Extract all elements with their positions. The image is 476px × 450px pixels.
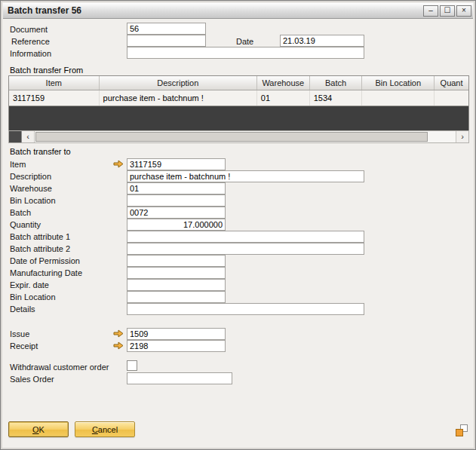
- from-section-title: Batch transfer From: [10, 65, 83, 75]
- item-input[interactable]: [127, 158, 226, 170]
- batch-attribute-1-label: Batch attribute 1: [10, 231, 70, 243]
- manufacturing-date-label: Manufacturing Date: [10, 268, 82, 279]
- titlebar: Batch transfer 56 – ☐ ×: [3, 3, 473, 19]
- scrollbar-corner: [9, 131, 22, 142]
- ok-button-label: OK: [32, 425, 45, 434]
- to-section-title: Batch transfer to: [10, 146, 71, 157]
- expiry-date-label: Expir. date: [10, 280, 49, 291]
- date-label: Date: [236, 36, 253, 47]
- cell-item[interactable]: 3117159: [9, 90, 100, 106]
- ok-button[interactable]: OK: [8, 421, 69, 437]
- link-arrow-icon[interactable]: [113, 160, 124, 168]
- chevron-left-icon: ‹: [26, 133, 29, 141]
- warehouse-input[interactable]: [127, 182, 226, 194]
- bin-location-input[interactable]: [127, 194, 226, 207]
- column-header-batch[interactable]: Batch: [310, 76, 363, 90]
- reference-input[interactable]: [127, 35, 206, 47]
- bin-location-2-label: Bin Location: [10, 292, 56, 303]
- minimize-icon: –: [428, 7, 433, 14]
- close-button[interactable]: ×: [456, 5, 471, 17]
- document-label: Document: [10, 24, 48, 35]
- scroll-right-button[interactable]: ›: [456, 131, 468, 142]
- column-header-warehouse[interactable]: Warehouse: [257, 76, 310, 90]
- close-icon: ×: [462, 7, 466, 14]
- batch-label: Batch: [10, 207, 31, 219]
- maximize-icon: ☐: [444, 7, 451, 14]
- quantity-label: Quantity: [10, 219, 41, 231]
- cell-bin-location[interactable]: [362, 90, 435, 106]
- table-horizontal-scrollbar[interactable]: ‹ ›: [8, 130, 469, 143]
- sales-order-label: Sales Order: [10, 374, 54, 385]
- issue-label: Issue: [10, 329, 29, 340]
- information-input[interactable]: [127, 47, 364, 59]
- batch-attribute-2-label: Batch attribute 2: [10, 243, 70, 255]
- issue-input[interactable]: [127, 328, 226, 340]
- withdrawal-customer-order-label: Withdrawal customer order: [10, 362, 109, 373]
- column-header-bin-location[interactable]: Bin Location: [362, 76, 435, 90]
- cell-quantity[interactable]: [435, 90, 468, 106]
- table-row[interactable]: 3117159 purchase item - batchnum ! 01 15…: [9, 90, 468, 106]
- batch-from-table: Item Description Warehouse Batch Bin Loc…: [8, 75, 469, 132]
- receipt-label: Receipt: [10, 341, 38, 352]
- column-header-quantity[interactable]: Quant: [435, 76, 468, 90]
- batch-attribute-2-input[interactable]: [127, 243, 364, 255]
- link-arrow-icon[interactable]: [113, 341, 124, 350]
- date-input[interactable]: [280, 35, 364, 47]
- scrollbar-thumb[interactable]: [35, 132, 428, 142]
- scroll-left-button[interactable]: ‹: [22, 131, 35, 142]
- cell-warehouse[interactable]: 01: [257, 90, 310, 106]
- date-of-permission-label: Date of Permission: [10, 256, 80, 267]
- description-label: Description: [10, 171, 51, 182]
- reference-label: Reference: [11, 36, 50, 47]
- quantity-input[interactable]: [127, 219, 226, 231]
- expiry-date-input[interactable]: [127, 279, 226, 291]
- batch-input[interactable]: [127, 207, 226, 219]
- sales-order-input[interactable]: [127, 372, 232, 384]
- scrollbar-track[interactable]: [35, 131, 456, 142]
- batch-attribute-1-input[interactable]: [127, 231, 364, 243]
- information-label: Information: [10, 48, 51, 60]
- bin-location-2-input[interactable]: [127, 291, 226, 303]
- document-input[interactable]: [127, 23, 206, 35]
- link-arrow-icon[interactable]: [113, 329, 124, 338]
- cell-batch[interactable]: 1534: [310, 90, 363, 106]
- chevron-right-icon: ›: [461, 133, 464, 141]
- maximize-button[interactable]: ☐: [440, 5, 455, 17]
- resize-grip-icon[interactable]: [456, 424, 468, 436]
- withdrawal-customer-order-checkbox[interactable]: [127, 360, 137, 371]
- manufacturing-date-input[interactable]: [127, 267, 226, 279]
- window-controls: – ☐ ×: [423, 5, 471, 17]
- details-input[interactable]: [127, 303, 364, 315]
- table-header-row: Item Description Warehouse Batch Bin Loc…: [9, 76, 468, 90]
- bin-location-label: Bin Location: [10, 195, 56, 207]
- date-of-permission-input[interactable]: [127, 255, 226, 267]
- batch-transfer-window: Batch transfer 56 – ☐ × Document Referen…: [0, 0, 476, 450]
- cancel-button[interactable]: Cancel: [75, 421, 135, 437]
- column-header-item[interactable]: Item: [9, 76, 100, 90]
- window-title: Batch transfer 56: [8, 5, 81, 16]
- item-label: Item: [10, 159, 26, 170]
- warehouse-label: Warehouse: [10, 183, 52, 194]
- cancel-button-label: Cancel: [92, 425, 118, 434]
- cell-description[interactable]: purchase item - batchnum !: [100, 90, 257, 106]
- column-header-description[interactable]: Description: [100, 76, 257, 90]
- minimize-button[interactable]: –: [423, 5, 438, 17]
- details-label: Details: [10, 304, 35, 315]
- receipt-input[interactable]: [127, 340, 226, 352]
- table-empty-area: [9, 106, 468, 131]
- description-input[interactable]: [127, 170, 364, 182]
